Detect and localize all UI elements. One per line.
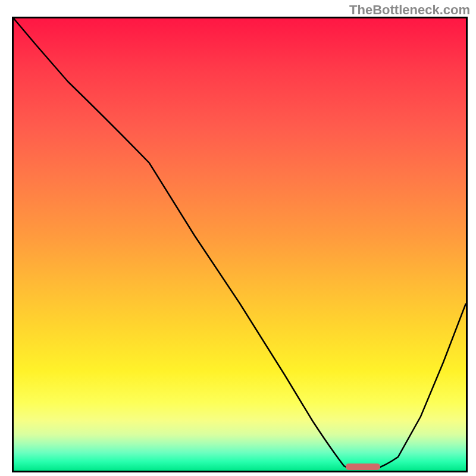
chart-container: TheBottleneck.com <box>0 0 476 476</box>
watermark: TheBottleneck.com <box>349 2 470 18</box>
bottleneck-curve <box>14 18 466 469</box>
plot-area <box>12 17 468 472</box>
curve-svg <box>14 18 466 471</box>
optimum-marker <box>346 464 380 470</box>
